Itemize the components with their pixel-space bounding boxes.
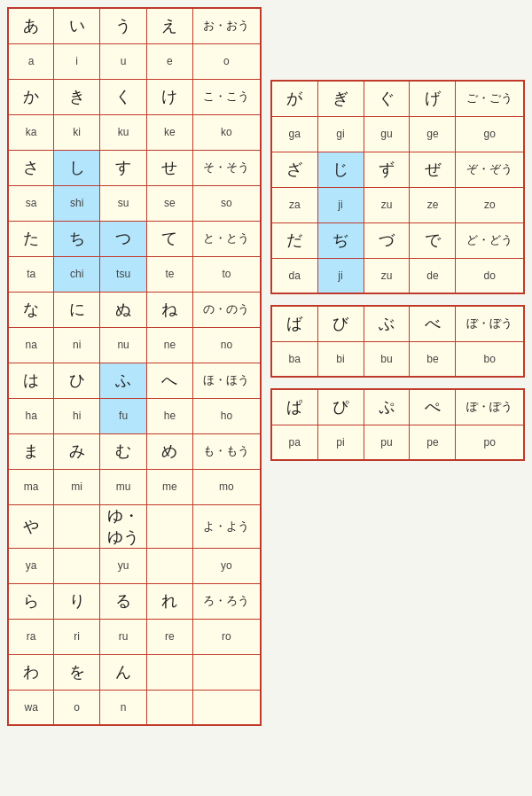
romaji-cell: ga	[271, 116, 317, 152]
hiragana-cell	[147, 654, 193, 690]
hiragana-cell: づ	[364, 222, 410, 258]
romaji-cell: ra	[8, 619, 54, 654]
romaji-cell: re	[147, 619, 193, 654]
romaji-cell: yo	[192, 548, 261, 583]
hiragana-cell: し	[54, 150, 100, 185]
romaji-cell: zu	[364, 258, 410, 293]
hiragana-cell: ぞ・ぞう	[456, 152, 524, 187]
romaji-cell: ni	[54, 327, 100, 363]
hiragana-cell: さ	[8, 150, 54, 185]
romaji-cell: zu	[364, 187, 410, 222]
hiragana-cell: お・おう	[192, 8, 261, 43]
romaji-cell: de	[410, 258, 456, 293]
hiragana-cell: ざ	[271, 152, 317, 187]
romaji-cell: ba	[271, 341, 317, 377]
hiragana-cell: は	[8, 363, 54, 398]
hiragana-cell: べ	[410, 306, 456, 341]
romaji-cell: shi	[54, 185, 100, 221]
hiragana-cell: ま	[8, 433, 54, 469]
handakuten-ba-table: ばびぶべぼ・ぼうbabibubebo	[270, 305, 525, 378]
romaji-cell: te	[147, 256, 193, 292]
romaji-cell: ku	[100, 114, 147, 150]
romaji-cell: yu	[100, 548, 147, 583]
romaji-cell: mu	[100, 469, 147, 504]
hiragana-cell: ぐ	[364, 81, 410, 116]
hiragana-cell: ぎ	[317, 81, 364, 116]
hiragana-cell: ど・どう	[456, 222, 524, 258]
romaji-cell: su	[100, 185, 147, 221]
romaji-cell: mo	[192, 469, 261, 504]
hiragana-cell: ぜ	[410, 152, 456, 187]
left-column: あいうえお・おうaiueoかきくけこ・こうkakikukekoさしすせそ・そうs…	[7, 7, 262, 726]
romaji-cell: da	[271, 258, 317, 293]
right-column: がぎぐげご・ごうgagigugegoざじずぜぞ・ぞうzajizuzezoだぢづで…	[270, 80, 525, 461]
romaji-cell: ko	[192, 114, 261, 150]
hiragana-cell: え	[147, 8, 193, 43]
hiragana-cell: い	[54, 8, 100, 43]
handakuten-pa-table: ぱぴぷぺぽ・ぽうpapipupepo	[270, 388, 525, 461]
hiragana-cell: ゆ・ゆう	[100, 504, 147, 548]
romaji-cell: so	[192, 185, 261, 221]
romaji-cell: fu	[100, 398, 147, 433]
romaji-cell: ta	[8, 256, 54, 292]
romaji-cell: ha	[8, 398, 54, 433]
hiragana-cell: ご・ごう	[456, 81, 524, 116]
romaji-cell: gu	[364, 116, 410, 152]
hiragana-cell: ひ	[54, 363, 100, 398]
hiragana-cell: を	[54, 654, 100, 690]
hiragana-cell: の・のう	[192, 292, 261, 327]
hiragana-cell: ず	[364, 152, 410, 187]
hiragana-cell: こ・こう	[192, 79, 261, 114]
romaji-cell: se	[147, 185, 193, 221]
hiragana-cell: で	[410, 222, 456, 258]
hiragana-cell: む	[100, 433, 147, 469]
romaji-cell	[54, 548, 100, 583]
hiragana-cell: と・とう	[192, 221, 261, 256]
romaji-cell: ka	[8, 114, 54, 150]
hiragana-cell: れ	[147, 583, 193, 619]
hiragana-cell: じ	[317, 152, 364, 187]
hiragana-cell: そ・そう	[192, 150, 261, 185]
hiragana-cell: ぷ	[364, 389, 410, 425]
hiragana-cell: ぱ	[271, 389, 317, 425]
hiragana-cell: る	[100, 583, 147, 619]
romaji-cell: he	[147, 398, 193, 433]
hiragana-cell: め	[147, 433, 193, 469]
hiragana-cell: も・もう	[192, 433, 261, 469]
romaji-cell: pa	[271, 425, 317, 460]
romaji-cell: pu	[364, 425, 410, 460]
hiragana-cell	[192, 654, 261, 690]
hiragana-cell: ぺ	[410, 389, 456, 425]
romaji-cell: no	[192, 327, 261, 363]
hiragana-cell: ら	[8, 583, 54, 619]
hiragana-cell: ぬ	[100, 292, 147, 327]
romaji-cell: bi	[317, 341, 364, 377]
romaji-cell: bu	[364, 341, 410, 377]
romaji-cell: hi	[54, 398, 100, 433]
hiragana-cell: て	[147, 221, 193, 256]
romaji-cell: sa	[8, 185, 54, 221]
hiragana-cell: ぢ	[317, 222, 364, 258]
romaji-cell: ze	[410, 187, 456, 222]
romaji-cell: do	[456, 258, 524, 293]
romaji-cell: ji	[317, 187, 364, 222]
hiragana-cell: う	[100, 8, 147, 43]
romaji-cell: ji	[317, 258, 364, 293]
hiragana-cell: な	[8, 292, 54, 327]
romaji-cell: e	[147, 43, 193, 79]
romaji-cell: wa	[8, 690, 54, 725]
romaji-cell: ma	[8, 469, 54, 504]
hiragana-cell: か	[8, 79, 54, 114]
romaji-cell: ho	[192, 398, 261, 433]
romaji-cell: gi	[317, 116, 364, 152]
hiragana-cell: へ	[147, 363, 193, 398]
hiragana-cell: に	[54, 292, 100, 327]
hiragana-cell: よ・よう	[192, 504, 261, 548]
hiragana-cell: び	[317, 306, 364, 341]
romaji-cell	[147, 690, 193, 725]
romaji-cell: tsu	[100, 256, 147, 292]
hiragana-cell: や	[8, 504, 54, 548]
hiragana-cell: ち	[54, 221, 100, 256]
hiragana-cell: り	[54, 583, 100, 619]
romaji-cell: a	[8, 43, 54, 79]
